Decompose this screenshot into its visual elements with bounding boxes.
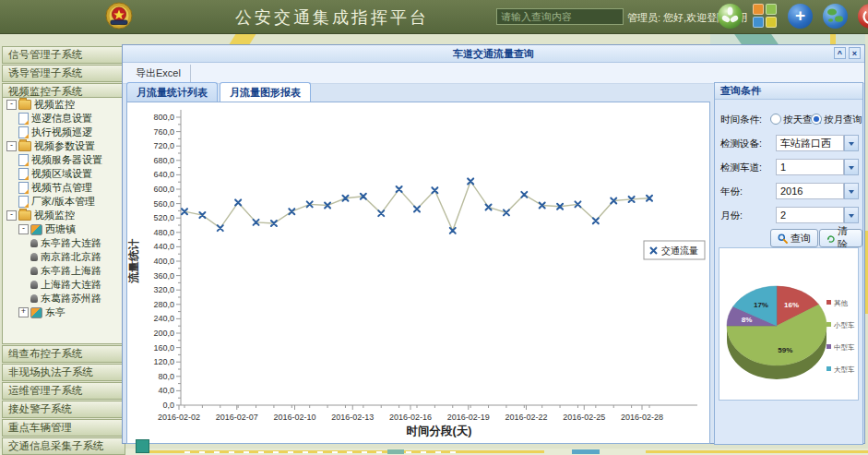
police-badge-logo xyxy=(103,1,135,32)
page-icon xyxy=(18,113,29,125)
svg-text:600,0: 600,0 xyxy=(153,185,174,194)
svg-text:2016-02-22: 2016-02-22 xyxy=(505,413,547,422)
sidebar-panel-bottom-5[interactable]: 交通信息采集子系统 xyxy=(2,437,125,455)
sidebar-panel-bottom-4[interactable]: 重点车辆管理 xyxy=(2,419,125,437)
year-select-value[interactable]: 2016 xyxy=(776,183,844,199)
sidebar-panel-bottom-2[interactable]: 运维管理子系统 xyxy=(2,382,125,400)
radio-by-day[interactable] xyxy=(770,114,781,125)
window-body: 月流量统计列表月流量图形报表 0,040,080,0120,0160,0200,… xyxy=(123,82,864,443)
add-icon[interactable]: + xyxy=(788,4,813,29)
lane-select[interactable]: 1 xyxy=(776,159,859,175)
export-excel-button[interactable]: 导出Excel xyxy=(126,65,191,82)
tree-item-label: 东亭路上海路 xyxy=(41,264,101,278)
tree-item[interactable]: 视频服务器设置 xyxy=(3,153,125,167)
pie-legend-label: 大型车 xyxy=(834,365,855,374)
page-icon xyxy=(18,126,29,138)
chevron-down-icon[interactable] xyxy=(844,207,859,223)
svg-text:720,0: 720,0 xyxy=(153,141,174,150)
tab-0[interactable]: 月流量统计列表 xyxy=(126,82,218,102)
pie-legend-label: 小型车 xyxy=(833,321,855,329)
year-row: 年份: 2016 xyxy=(715,183,862,199)
svg-text:760,0: 760,0 xyxy=(153,127,174,137)
year-select[interactable]: 2016 xyxy=(776,183,859,199)
line-chart-panel: 0,040,080,0120,0160,0200,0240,0280,0320,… xyxy=(126,102,710,444)
tree-item-label: 西塘镇 xyxy=(45,222,76,236)
svg-text:59%: 59% xyxy=(778,346,792,354)
collapse-node-icon[interactable]: - xyxy=(6,100,17,110)
tree-item[interactable]: 上海路大连路 xyxy=(3,278,125,292)
svg-text:320,0: 320,0 xyxy=(153,285,174,294)
expand-node-icon[interactable]: + xyxy=(18,307,29,317)
camera-node-icon xyxy=(30,239,38,247)
collapse-icon[interactable]: ^ xyxy=(834,47,846,59)
svg-text:360,0: 360,0 xyxy=(153,271,174,281)
tree-item[interactable]: -视频监控 xyxy=(3,98,125,112)
month-select[interactable]: 2 xyxy=(776,207,859,223)
tree-item[interactable]: -视频参数设置 xyxy=(3,139,125,153)
radio-by-month[interactable] xyxy=(811,114,822,125)
collapse-node-icon[interactable]: - xyxy=(18,224,29,234)
apps-grid-icon[interactable] xyxy=(753,4,778,29)
tree-item[interactable]: 东亭路大连路 xyxy=(3,236,125,250)
collapse-node-icon[interactable]: - xyxy=(6,141,17,151)
folder-icon xyxy=(18,210,31,221)
folder-icon xyxy=(18,100,31,110)
sidebar-panel-top-1[interactable]: 诱导管理子系统 xyxy=(2,65,125,82)
app-title: 公安交通集成指挥平台 xyxy=(235,6,429,29)
sidebar-panel-bottom-1[interactable]: 非现场执法子系统 xyxy=(2,364,125,381)
tree-item-label: 视频监控 xyxy=(34,209,75,222)
lane-select-value[interactable]: 1 xyxy=(776,159,844,175)
clear-button[interactable]: 清除 xyxy=(819,229,862,247)
sidebar-panel-top-0[interactable]: 信号管理子系统 xyxy=(2,46,125,64)
tree-item-label: 南京路北京路 xyxy=(41,250,101,264)
globe-icon[interactable] xyxy=(823,4,848,29)
query-button-label: 查询 xyxy=(791,232,811,245)
close-icon[interactable]: × xyxy=(849,47,861,59)
month-select-value[interactable]: 2 xyxy=(776,207,844,223)
tree-item[interactable]: 视频节点管理 xyxy=(3,181,125,195)
tree-item[interactable]: -西塘镇 xyxy=(3,222,125,236)
tree-item[interactable]: 巡逻信息设置 xyxy=(3,112,125,126)
camera-node-icon xyxy=(30,253,38,261)
tree-item[interactable]: 厂家/版本管理 xyxy=(3,195,125,209)
sidebar-panel-bottom-0[interactable]: 缉查布控子系统 xyxy=(2,345,125,363)
tree-item[interactable]: 南京路北京路 xyxy=(3,250,125,264)
svg-text:流量统计: 流量统计 xyxy=(127,238,140,283)
svg-text:2016-02-28: 2016-02-28 xyxy=(621,413,663,422)
pie-legend-swatch xyxy=(826,300,831,305)
svg-text:2016-02-02: 2016-02-02 xyxy=(158,413,200,422)
query-button[interactable]: 查询 xyxy=(770,229,818,247)
tree-item[interactable]: 视频区域设置 xyxy=(3,167,125,181)
power-icon[interactable] xyxy=(858,4,868,29)
chevron-down-icon[interactable] xyxy=(844,159,859,175)
tree-item[interactable]: +东亭 xyxy=(3,305,125,319)
tree-item[interactable]: 东亭路上海路 xyxy=(3,264,125,278)
tree-item-label: 东亭路大连路 xyxy=(41,236,101,250)
svg-text:17%: 17% xyxy=(754,301,768,309)
lane-label: 检测车道: xyxy=(720,162,762,174)
query-panel: 查询条件 时间条件: 按天查询 按月查询 检测设备: 车站路口西 检测车道: 1 xyxy=(714,82,863,445)
chevron-down-icon[interactable] xyxy=(844,183,859,199)
svg-text:560,0: 560,0 xyxy=(153,199,174,209)
map-feature xyxy=(572,449,600,454)
svg-text:200,0: 200,0 xyxy=(153,329,174,338)
device-select-value[interactable]: 车站路口西 xyxy=(776,135,844,151)
svg-text:800,0: 800,0 xyxy=(153,113,174,122)
tree-item[interactable]: 执行视频巡逻 xyxy=(3,126,125,139)
tab-1[interactable]: 月流量图形报表 xyxy=(220,82,311,102)
tree-item[interactable]: 东葛路苏州路 xyxy=(3,292,125,305)
green-orb-icon[interactable] xyxy=(718,4,743,29)
window-titlebar: 车道交通流量查询 ^ × xyxy=(123,45,864,63)
device-select[interactable]: 车站路口西 xyxy=(776,135,859,151)
radio-by-month-label[interactable]: 按月查询 xyxy=(824,114,862,126)
svg-text:120,0: 120,0 xyxy=(153,357,174,366)
chevron-down-icon[interactable] xyxy=(844,135,859,151)
sidebar-tree: -视频监控巡逻信息设置执行视频巡逻-视频参数设置视频服务器设置视频区域设置视频节… xyxy=(2,97,125,344)
application-root: { "header": { "title": "公安交通集成指挥平台", "se… xyxy=(0,0,868,455)
collapse-node-icon[interactable]: - xyxy=(6,210,17,221)
tree-item[interactable]: -视频监控 xyxy=(3,209,125,222)
camera-node-icon xyxy=(30,281,38,289)
sidebar-panel-bottom-3[interactable]: 接处警子系统 xyxy=(2,401,125,418)
search-input[interactable] xyxy=(496,8,624,25)
page-icon xyxy=(18,168,29,180)
